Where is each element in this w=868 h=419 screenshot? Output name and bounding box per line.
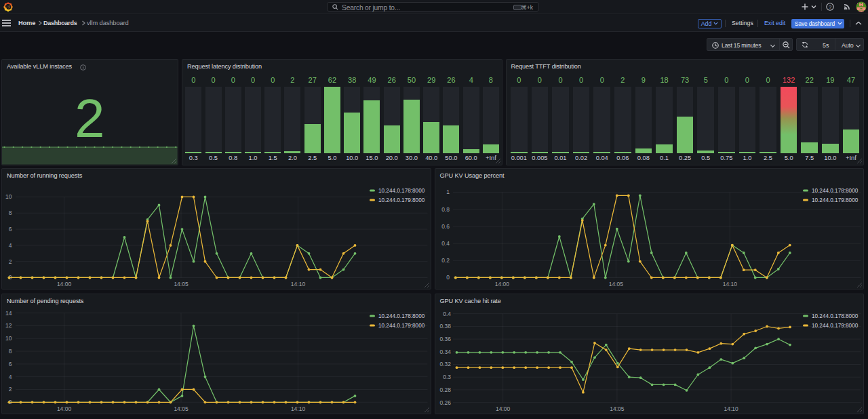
svg-text:10.244.0.179:8000: 10.244.0.179:8000 — [378, 323, 425, 329]
svg-text:10.244.0.178:8000: 10.244.0.178:8000 — [378, 188, 425, 194]
svg-text:4: 4 — [9, 242, 12, 249]
svg-text:0.3: 0.3 — [443, 374, 451, 380]
svg-text:0.32: 0.32 — [439, 361, 451, 367]
svg-text:2: 2 — [9, 258, 12, 265]
svg-text:4: 4 — [9, 374, 12, 380]
svg-text:0.34: 0.34 — [439, 348, 451, 355]
svg-text:14:00: 14:00 — [57, 281, 72, 287]
svg-text:?: ? — [829, 4, 831, 10]
svg-text:6: 6 — [9, 361, 12, 367]
svg-text:12: 12 — [5, 322, 12, 329]
svg-text:10.244.0.178:8000: 10.244.0.178:8000 — [378, 313, 425, 319]
svg-text:14: 14 — [5, 310, 12, 317]
svg-text:10.244.0.178:8000: 10.244.0.178:8000 — [811, 313, 858, 319]
svg-text:14:05: 14:05 — [608, 281, 623, 287]
svg-text:10.244.0.179:8000: 10.244.0.179:8000 — [811, 323, 858, 329]
svg-text:10.244.0.178:8000: 10.244.0.178:8000 — [811, 188, 858, 194]
svg-text:14:00: 14:00 — [496, 405, 511, 412]
svg-text:0.28: 0.28 — [439, 386, 451, 393]
svg-text:6: 6 — [9, 226, 12, 233]
svg-text:14:00: 14:00 — [494, 281, 509, 287]
svg-text:14:10: 14:10 — [291, 405, 306, 412]
svg-text:0: 0 — [446, 274, 450, 281]
svg-text:8: 8 — [9, 210, 12, 216]
svg-text:8: 8 — [9, 348, 12, 355]
svg-text:0.2: 0.2 — [441, 257, 450, 264]
svg-text:14:10: 14:10 — [722, 281, 737, 287]
svg-text:0.8: 0.8 — [441, 206, 450, 213]
svg-text:14:05: 14:05 — [174, 281, 189, 287]
svg-text:0.36: 0.36 — [439, 336, 451, 342]
svg-text:14:10: 14:10 — [291, 281, 306, 287]
svg-text:1: 1 — [446, 188, 450, 195]
svg-text:14:05: 14:05 — [610, 405, 625, 412]
svg-text:0.6: 0.6 — [441, 223, 450, 230]
svg-text:10.244.0.179:8000: 10.244.0.179:8000 — [811, 197, 858, 203]
svg-text:10: 10 — [5, 193, 12, 200]
svg-text:0.4: 0.4 — [441, 240, 450, 247]
svg-text:0.26: 0.26 — [439, 399, 451, 406]
svg-text:14:00: 14:00 — [57, 405, 72, 412]
svg-text:0.38: 0.38 — [439, 323, 451, 330]
svg-text:0.4: 0.4 — [443, 311, 451, 317]
svg-text:10.244.0.179:8000: 10.244.0.179:8000 — [378, 197, 425, 203]
svg-text:10: 10 — [5, 335, 12, 342]
svg-text:2: 2 — [9, 386, 12, 393]
svg-text:14:05: 14:05 — [174, 405, 189, 412]
svg-text:14:10: 14:10 — [724, 405, 738, 412]
